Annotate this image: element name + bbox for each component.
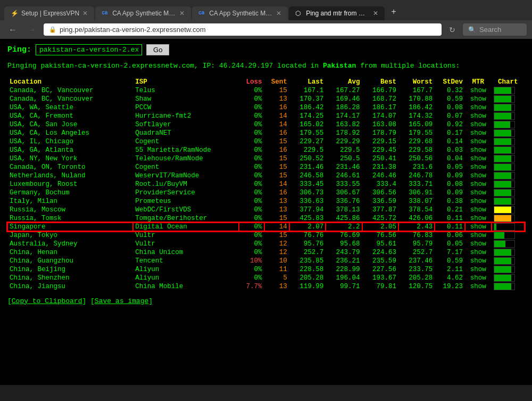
cell-last: 205.28 xyxy=(289,274,326,282)
table-row: Canada, ON, Toronto Cogent 0% 15 231.46 … xyxy=(7,163,525,171)
address-bar[interactable]: 🔒 ping.pe/pakistan-ca-version-2.expressn… xyxy=(44,23,442,36)
cell-isp: Cogent xyxy=(133,137,239,146)
cell-best: 79.81 xyxy=(362,282,398,291)
cell-worst: 252.7 xyxy=(398,248,435,257)
header-stdev: StDev xyxy=(435,78,465,86)
mtr-show-link[interactable]: show xyxy=(470,129,486,137)
cell-location: Germany, Bochum xyxy=(7,189,133,197)
cell-stdev: 0.92 xyxy=(435,120,465,129)
cell-loss: 0% xyxy=(239,154,264,163)
cell-mtr[interactable]: show xyxy=(465,223,492,231)
mtr-show-link[interactable]: show xyxy=(470,95,486,103)
chart-bar xyxy=(494,275,511,281)
tab-4[interactable]: ⬡ Ping and mtr from multiple loca... ✕ xyxy=(289,6,385,20)
mtr-show-link[interactable]: show xyxy=(470,223,486,231)
cell-mtr[interactable]: show xyxy=(465,214,492,223)
cell-stdev: 0.11 xyxy=(435,223,465,231)
mtr-show-link[interactable]: show xyxy=(470,283,486,290)
mtr-show-link[interactable]: show xyxy=(470,112,486,120)
cell-mtr[interactable]: show xyxy=(465,189,492,197)
table-row: USA, NY, New York Telehouse/RamNode 0% 1… xyxy=(7,154,525,163)
cell-best: 246.46 xyxy=(362,171,398,180)
cell-worst: 120.75 xyxy=(398,282,435,291)
tab-close-3[interactable]: ✕ xyxy=(276,10,281,17)
mtr-show-link[interactable]: show xyxy=(470,215,486,222)
cell-mtr[interactable]: show xyxy=(465,112,492,120)
go-button[interactable]: Go xyxy=(146,44,169,55)
cell-mtr[interactable]: show xyxy=(465,231,492,240)
ping-input[interactable] xyxy=(36,44,142,55)
cell-isp: Root.lu/BuyVM xyxy=(133,180,239,189)
cell-best: 306.56 xyxy=(362,189,398,197)
cell-worst: 76.83 xyxy=(398,231,435,240)
copy-to-clipboard-link[interactable]: Copy to Clipboard xyxy=(12,297,82,305)
mtr-show-link[interactable]: show xyxy=(470,155,486,162)
cell-mtr[interactable]: show xyxy=(465,257,492,265)
mtr-show-link[interactable]: show xyxy=(470,232,486,239)
mtr-show-link[interactable]: show xyxy=(470,257,486,265)
tab-3[interactable]: ca CA App Synthetic Monitor ... ✕ xyxy=(192,6,288,20)
cell-sent: 14 xyxy=(264,112,289,120)
mtr-show-link[interactable]: show xyxy=(470,249,486,256)
chart-bar xyxy=(494,147,511,153)
cell-isp: Hurricane-fmt2 xyxy=(133,112,239,120)
chart-bar xyxy=(494,224,496,230)
new-tab-button[interactable]: + xyxy=(386,4,402,20)
search-box[interactable]: 🔍 Search xyxy=(463,23,527,36)
cell-mtr[interactable]: show xyxy=(465,103,492,112)
mtr-show-link[interactable]: show xyxy=(470,87,486,94)
mtr-show-link[interactable]: show xyxy=(470,274,486,282)
cell-mtr[interactable]: show xyxy=(465,197,492,206)
mtr-show-link[interactable]: show xyxy=(470,189,486,197)
cell-mtr[interactable]: show xyxy=(465,265,492,274)
cell-worst: 250.56 xyxy=(398,154,435,163)
tab-close-1[interactable]: ✕ xyxy=(82,10,88,17)
mtr-show-link[interactable]: show xyxy=(470,146,486,154)
forward-button[interactable]: → xyxy=(24,24,39,36)
mtr-show-link[interactable]: show xyxy=(470,104,486,111)
cell-sent: 15 xyxy=(264,231,289,240)
cell-mtr[interactable]: show xyxy=(465,274,492,282)
cell-mtr[interactable]: show xyxy=(465,240,492,248)
tab-close-4[interactable]: ✕ xyxy=(373,10,378,17)
mtr-show-link[interactable]: show xyxy=(470,206,486,214)
chart-bar-container xyxy=(494,266,515,273)
cell-stdev: 7.17 xyxy=(435,248,465,257)
save-as-image-link[interactable]: Save as image xyxy=(95,297,148,305)
cell-mtr[interactable]: show xyxy=(465,171,492,180)
cell-avg: 236.21 xyxy=(326,257,362,265)
cell-mtr[interactable]: show xyxy=(465,180,492,189)
mtr-show-link[interactable]: show xyxy=(470,138,486,145)
cell-mtr[interactable]: show xyxy=(465,137,492,146)
back-button[interactable]: ← xyxy=(5,24,20,36)
mtr-show-link[interactable]: show xyxy=(470,198,486,205)
tab-2[interactable]: ca CA App Synthetic Monitor ... ✕ xyxy=(95,6,191,20)
cell-mtr[interactable]: show xyxy=(465,120,492,129)
cell-mtr[interactable]: show xyxy=(465,146,492,154)
mtr-show-link[interactable]: show xyxy=(470,163,486,171)
cell-mtr[interactable]: show xyxy=(465,163,492,171)
reload-button[interactable]: ↻ xyxy=(446,24,459,35)
cell-mtr[interactable]: show xyxy=(465,248,492,257)
header-avg: Avg xyxy=(326,78,362,86)
mtr-show-link[interactable]: show xyxy=(470,240,486,248)
chart-cell xyxy=(492,214,525,223)
mtr-show-link[interactable]: show xyxy=(470,181,486,188)
cell-last: 179.55 xyxy=(289,129,326,137)
cell-mtr[interactable]: show xyxy=(465,206,492,214)
cell-isp: Prometeus xyxy=(133,197,239,206)
cell-mtr[interactable]: show xyxy=(465,95,492,103)
mtr-show-link[interactable]: show xyxy=(470,121,486,128)
tab-close-2[interactable]: ✕ xyxy=(179,10,185,17)
cell-mtr[interactable]: show xyxy=(465,154,492,163)
cell-avg: 169.46 xyxy=(326,95,362,103)
tab-1[interactable]: ⚡ Setup | ExpressVPN ✕ xyxy=(4,6,94,20)
cell-mtr[interactable]: show xyxy=(465,282,492,291)
cell-best: 163.08 xyxy=(362,120,398,129)
mtr-show-link[interactable]: show xyxy=(470,266,486,273)
chart-bar xyxy=(494,181,511,187)
cell-mtr[interactable]: show xyxy=(465,86,492,95)
cell-mtr[interactable]: show xyxy=(465,129,492,137)
cell-isp: Softlayer xyxy=(133,120,239,129)
mtr-show-link[interactable]: show xyxy=(470,172,486,179)
